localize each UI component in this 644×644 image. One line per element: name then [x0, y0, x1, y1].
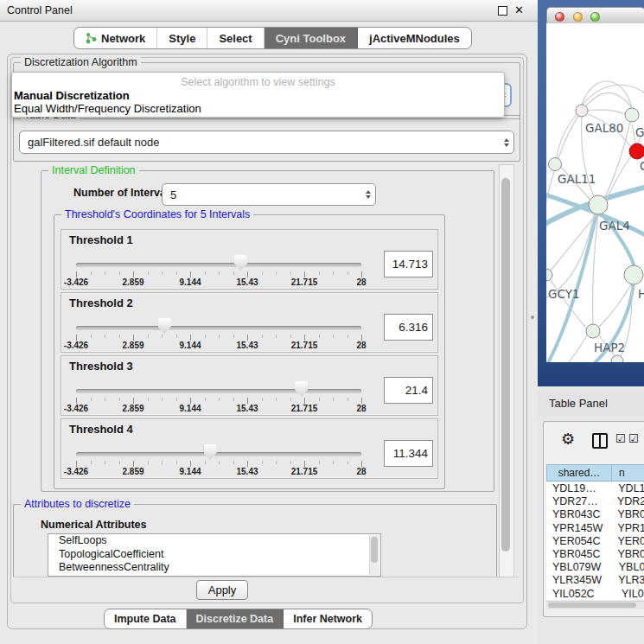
threshold-value-field[interactable]: 14.713: [384, 251, 433, 277]
scrollbar-thumb[interactable]: [548, 603, 636, 608]
network-node[interactable]: [546, 269, 552, 281]
slider-track[interactable]: [76, 263, 361, 267]
table-row[interactable]: YDL19…YDL1: [546, 482, 644, 495]
table-row[interactable]: YBR045CYBR0: [546, 548, 644, 561]
slider-tick: [361, 271, 362, 277]
network-edge[interactable]: [557, 114, 577, 158]
network-node[interactable]: [625, 108, 639, 122]
slider-tick: [304, 461, 305, 467]
network-node[interactable]: [589, 195, 608, 214]
list-vertical-scrollbar[interactable]: [369, 535, 379, 575]
slider-tick: [262, 271, 263, 275]
slider-tick: [76, 461, 77, 467]
column-header[interactable]: shared…: [546, 464, 611, 481]
tab-jactivemnodules[interactable]: jActiveMNodules: [358, 28, 471, 48]
network-node[interactable]: [624, 265, 643, 284]
slider-tick: [319, 398, 320, 401]
network-canvas[interactable]: GAL80GCGAL11GAL4GCY1HHAP2: [546, 23, 644, 362]
node-label: HAP2: [594, 341, 625, 354]
tab-discretize-data[interactable]: Discretize Data: [187, 609, 284, 628]
node-label: GCY1: [548, 287, 580, 301]
table-header-row: shared…n: [546, 464, 644, 481]
slider-thumb[interactable]: [204, 444, 217, 460]
close-traffic-light-icon[interactable]: [555, 12, 564, 22]
tab-select[interactable]: Select: [207, 28, 264, 48]
table-row[interactable]: YER054CYER0: [546, 535, 644, 548]
network-edge[interactable]: [588, 110, 625, 114]
table-row[interactable]: YBL079WYBL0: [546, 561, 644, 574]
tab-infer-network[interactable]: Infer Network: [284, 609, 372, 628]
slider-tick: [304, 271, 305, 277]
close-icon[interactable]: ✕: [514, 3, 524, 18]
gear-icon[interactable]: ⚙: [561, 430, 575, 448]
threshold-label: Threshold 2: [69, 296, 133, 309]
slider-tick: [233, 461, 234, 464]
checkbox-icon[interactable]: ☑: [628, 433, 639, 445]
table-row[interactable]: YBR043CYBR0: [546, 508, 644, 521]
column-header[interactable]: n: [611, 464, 644, 481]
table-row[interactable]: YLR345WYLR3: [546, 574, 644, 587]
zoom-traffic-light-icon[interactable]: [590, 12, 600, 22]
checkbox-icon[interactable]: ☑: [615, 433, 626, 445]
slider-track[interactable]: [76, 326, 361, 330]
slider-thumb[interactable]: [158, 318, 171, 334]
apply-button[interactable]: Apply: [196, 580, 248, 600]
slider-tick-label: 21.715: [291, 467, 318, 476]
slider-track[interactable]: [76, 389, 361, 393]
table-row[interactable]: YDR27…YDR2: [546, 495, 644, 508]
slider-thumb[interactable]: [234, 255, 247, 271]
network-node[interactable]: [576, 105, 588, 117]
threshold-value-field[interactable]: 6.316: [384, 314, 433, 341]
slider-tick: [162, 398, 163, 401]
slider-tick: [205, 335, 206, 338]
minimize-traffic-light-icon[interactable]: [573, 12, 583, 22]
slider-tick: [333, 398, 334, 401]
columns-icon[interactable]: [592, 433, 608, 449]
float-window-icon[interactable]: [498, 6, 507, 16]
network-edge[interactable]: [599, 284, 632, 327]
slider-tick: [219, 398, 220, 401]
slider-tick: [233, 398, 234, 401]
tab-cyni-toolbox[interactable]: Cyni Toolbox: [265, 28, 358, 48]
list-item[interactable]: TopologicalCoefficient: [48, 548, 380, 562]
numerical-attributes-list[interactable]: SelfLoopsTopologicalCoefficientBetweenne…: [48, 533, 381, 577]
network-window-titlebar[interactable]: [546, 7, 644, 24]
slider-tick: [190, 271, 191, 277]
dropdown-option-equal-width[interactable]: Equal Width/Frequency Discretization: [14, 102, 201, 115]
tab-impute-data[interactable]: Impute Data: [105, 609, 187, 628]
table-horizontal-scrollbar[interactable]: [546, 601, 644, 609]
tab-network[interactable]: Network: [74, 28, 157, 48]
scrollbar-thumb[interactable]: [371, 537, 378, 563]
slider-tick: [162, 335, 163, 338]
network-node[interactable]: [629, 143, 644, 159]
scrollbar-thumb[interactable]: [501, 178, 510, 552]
dropdown-option-manual[interactable]: Manual Discretization: [14, 89, 130, 102]
slider-thumb[interactable]: [295, 381, 308, 397]
slider-tick: [290, 398, 291, 401]
list-item[interactable]: BetweennessCentrality: [48, 561, 380, 575]
number-of-intervals-combobox[interactable]: 5: [162, 183, 376, 206]
table-row[interactable]: YPR145WYPR1: [546, 522, 644, 535]
threshold-value-field[interactable]: 11.344: [384, 440, 433, 467]
cell-name: YBR0: [612, 548, 644, 561]
network-node[interactable]: [611, 355, 623, 362]
slider-tick: [247, 398, 248, 404]
cell-shared-name: YIL052C: [546, 588, 616, 601]
slider-track[interactable]: [76, 452, 361, 456]
panel-vertical-scrollbar[interactable]: [499, 164, 514, 577]
slider-tick: [133, 271, 134, 277]
slider-tick: [304, 335, 305, 341]
network-edge[interactable]: [546, 335, 587, 362]
list-item[interactable]: SelfLoops: [48, 534, 380, 548]
table-data-combobox[interactable]: galFiltered.sif default node: [19, 131, 514, 154]
network-node[interactable]: [549, 158, 562, 171]
splitter-handle[interactable]: [531, 316, 534, 319]
table-row[interactable]: YIL052CYIL0: [546, 588, 644, 601]
slider-tick: [91, 461, 92, 464]
threshold-value-field[interactable]: 21.4: [384, 377, 433, 404]
node-label: G: [635, 125, 644, 139]
slider-tick: [276, 461, 277, 464]
tab-style[interactable]: Style: [157, 28, 207, 48]
network-node[interactable]: [586, 324, 600, 338]
slider-tick: [319, 461, 320, 464]
